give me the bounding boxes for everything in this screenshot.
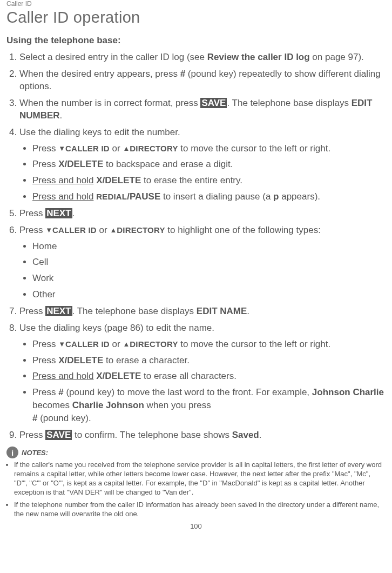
key-directory: DIRECTORY [130,339,178,349]
key-xdelete: X/DELETE [96,371,141,381]
step-4: Use the dialing keys to edit the number.… [19,126,386,203]
text: to move the cursor to the left or right. [178,339,331,349]
step-2: When the desired entry appears, press # … [19,68,386,93]
text: (pound key). [37,413,91,423]
text: . [72,208,75,218]
pound-key: # [180,69,185,79]
option-other: Other [32,288,386,301]
text: Use the dialing keys (page 86) to edit t… [19,323,214,333]
key-xdelete: X/DELETE [96,175,141,185]
step-5: Press NEXT. [19,208,386,220]
text: . The telephone base displays [227,98,351,108]
steps-list: Select a desired entry in the caller ID … [6,51,386,441]
note-item: If the telephone number from the caller … [14,501,386,519]
section-header: Caller ID [6,0,386,8]
text: to highlight one of the following types: [165,225,321,235]
press-and-hold: Press and hold [32,175,93,185]
key-callerid: CALLER ID [65,339,110,349]
press-and-hold: Press and hold [32,371,93,381]
softkey-save: SAVE [200,98,227,108]
text: Press [19,225,45,235]
notes-header: i NOTES: [6,447,386,458]
text: when you press [144,400,211,410]
text: . [247,306,249,316]
page: Caller ID Caller ID operation Using the … [0,0,392,535]
display-message: Saved [232,430,259,440]
text: appears). [279,191,320,202]
text: Press [32,143,58,154]
substep: Press and hold X/DELETE to erase all cha… [32,370,386,383]
ref-link-text: Review the caller ID log [207,52,310,62]
text: to confirm. The telephone base shows [72,430,232,440]
text: to backspace and erase a digit. [103,159,233,169]
display-message: EDIT NAME [197,306,247,316]
key-redial: REDIAL [96,192,127,201]
step-3: When the number is in correct format, pr… [19,97,386,122]
note-item: If the caller's name you received from t… [14,461,386,497]
step-8-substeps: Press ▼CALLER ID or ▲DIRECTORY to move t… [19,338,386,425]
text: to erase the entire entry. [141,175,242,185]
key-xdelete: X/DELETE [58,355,103,365]
key-callerid: CALLER ID [52,225,97,235]
text: on page 97). [310,52,364,62]
key-directory: DIRECTORY [117,225,165,235]
substep: Press ▼CALLER ID or ▲DIRECTORY to move t… [32,142,386,155]
example-before: Johnson Charlie [312,387,384,397]
substep: Press X/DELETE to backspace and erase a … [32,158,386,171]
substep: Press # (pound key) to move the last wor… [32,386,386,424]
text: Press [19,208,45,218]
text: Press [19,306,45,316]
text: . [259,430,262,440]
key-pause: /PAUSE [127,191,160,202]
example-after: Charlie Johnson [72,400,144,410]
pound-key: # [58,387,63,397]
key-callerid: CALLER ID [65,144,110,153]
down-arrow-icon: ▼ [58,144,65,152]
info-icon: i [6,447,18,458]
key-xdelete: X/DELETE [58,159,103,169]
text: Press [19,430,45,440]
softkey-next: NEXT [45,306,72,316]
down-arrow-icon: ▼ [58,340,65,348]
substep: Press ▼CALLER ID or ▲DIRECTORY to move t… [32,338,386,351]
substep: Press and hold X/DELETE to erase the ent… [32,174,386,187]
text: or [110,143,123,154]
notes-label: NOTES: [22,449,48,457]
text: Press [32,159,58,169]
text: Select a desired entry in the caller ID … [19,52,207,62]
substep: Press X/DELETE to erase a character. [32,354,386,367]
subtitle: Using the telephone base: [6,35,386,46]
up-arrow-icon: ▲ [123,144,130,152]
text: becomes [32,400,72,410]
text: Press [32,339,58,349]
text: Press [32,387,58,397]
step-4-substeps: Press ▼CALLER ID or ▲DIRECTORY to move t… [19,142,386,203]
text: When the number is in correct format, pr… [19,98,200,108]
text: or [97,225,110,235]
option-home: Home [32,240,386,253]
option-cell: Cell [32,256,386,269]
step-9: Press SAVE to confirm. The telephone bas… [19,429,386,442]
page-number: 100 [6,522,386,530]
text: Use the dialing keys to edit the number. [19,127,180,137]
softkey-next: NEXT [45,208,72,218]
text: or [110,339,123,349]
text: . [60,110,63,121]
text: . The telephone base displays [72,306,197,316]
option-work: Work [32,272,386,285]
text: When the desired entry appears, press [19,69,180,79]
down-arrow-icon: ▼ [45,226,52,234]
step-6: Press ▼CALLER ID or ▲DIRECTORY to highli… [19,224,386,301]
text: to insert a dialing pause (a [160,191,273,202]
page-title: Caller ID operation [6,9,386,26]
step-6-options: Home Cell Work Other [19,240,386,301]
notes-list: If the caller's name you received from t… [6,461,386,518]
press-and-hold: Press and hold [32,191,93,202]
text: (pound key) to move the last word to the… [64,387,312,397]
step-8: Use the dialing keys (page 86) to edit t… [19,322,386,425]
text: Press [32,355,58,365]
step-1: Select a desired entry in the caller ID … [19,51,386,64]
key-directory: DIRECTORY [130,144,178,153]
text: to erase a character. [103,355,190,365]
text: to move the cursor to the left or right. [178,143,331,154]
